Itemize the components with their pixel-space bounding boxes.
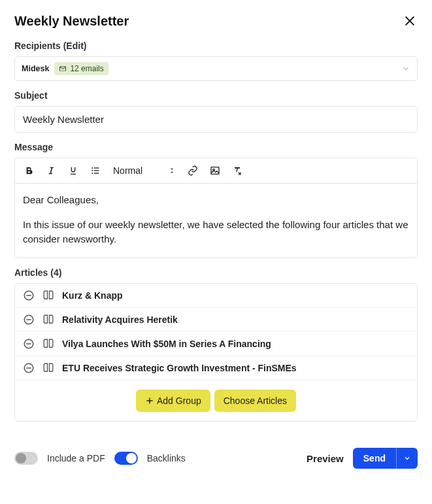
svg-point-2	[91, 167, 93, 169]
list-button[interactable]	[88, 163, 103, 178]
format-select[interactable]: Normal	[110, 165, 178, 176]
chevron-down-icon	[401, 64, 410, 73]
choose-articles-button[interactable]: Choose Articles	[214, 390, 296, 412]
article-row[interactable]: Relativity Acquires Heretik	[15, 308, 417, 332]
message-line-1: Dear Colleagues,	[23, 193, 409, 207]
book-icon	[42, 338, 54, 350]
article-row[interactable]: Kurz & Knapp	[15, 284, 417, 308]
remove-article-icon[interactable]	[23, 290, 35, 301]
article-title: Kurz & Knapp	[62, 290, 123, 301]
include-pdf-toggle[interactable]	[14, 452, 38, 465]
close-button[interactable]	[402, 13, 418, 29]
format-select-label: Normal	[113, 165, 142, 176]
svg-rect-6	[94, 170, 99, 171]
close-icon	[403, 14, 416, 27]
envelope-icon	[59, 65, 67, 73]
recipients-label: Recipients (Edit)	[14, 41, 418, 51]
recipient-email-count-badge: 12 emails	[54, 62, 108, 75]
add-group-label: Add Group	[157, 395, 201, 406]
modal-title: Weekly Newsletter	[14, 14, 129, 29]
add-group-button[interactable]: Add Group	[136, 390, 210, 412]
recipient-email-count-text: 12 emails	[70, 64, 103, 73]
svg-rect-5	[94, 167, 99, 168]
preview-button[interactable]: Preview	[307, 453, 344, 464]
image-icon	[210, 165, 220, 176]
article-row[interactable]: ETU Receives Strategic Growth Investment…	[15, 356, 417, 380]
book-icon	[42, 314, 54, 326]
message-line-2: In this issue of our weekly newsletter, …	[23, 218, 409, 246]
list-icon	[90, 165, 101, 176]
svg-point-3	[91, 170, 93, 171]
choose-articles-label: Choose Articles	[224, 395, 287, 406]
italic-icon	[46, 165, 56, 176]
remove-article-icon[interactable]	[23, 338, 35, 350]
subject-label: Subject	[14, 90, 418, 101]
recipient-group-name: Midesk	[22, 64, 49, 73]
articles-list: Kurz & Knapp Relativity Acquires Heretik…	[14, 283, 418, 422]
select-caret-icon	[169, 167, 175, 174]
book-icon	[42, 362, 54, 374]
editor-toolbar: Normal	[15, 158, 417, 184]
remove-article-icon[interactable]	[23, 314, 35, 326]
book-icon	[42, 290, 54, 301]
article-title: Vilya Launches With $50M in Series A Fin…	[62, 339, 271, 349]
bold-icon	[24, 165, 34, 176]
message-label: Message	[14, 142, 418, 152]
message-editor: Normal Dear Colleagues, In this issue of…	[14, 158, 418, 258]
remove-article-icon[interactable]	[23, 362, 35, 374]
svg-rect-8	[211, 167, 219, 175]
subject-input[interactable]	[14, 106, 418, 133]
italic-button[interactable]	[44, 163, 58, 178]
bold-button[interactable]	[22, 163, 36, 178]
image-button[interactable]	[208, 163, 222, 178]
plus-icon	[145, 396, 154, 405]
article-title: Relativity Acquires Heretik	[62, 314, 178, 325]
link-icon	[188, 165, 198, 176]
send-button[interactable]: Send	[353, 448, 396, 469]
recipients-label-text: Recipients	[14, 41, 61, 51]
backlinks-label: Backlinks	[147, 453, 186, 463]
underline-icon	[68, 165, 78, 176]
clear-format-button[interactable]	[230, 163, 244, 178]
include-pdf-label: Include a PDF	[47, 453, 105, 463]
recipients-edit-link[interactable]: (Edit)	[63, 41, 87, 51]
send-options-button[interactable]	[396, 448, 418, 469]
message-body[interactable]: Dear Colleagues, In this issue of our we…	[15, 184, 417, 258]
svg-point-4	[91, 173, 93, 174]
link-button[interactable]	[186, 163, 200, 178]
backlinks-toggle[interactable]	[114, 452, 138, 465]
chevron-down-icon	[403, 454, 411, 462]
recipients-select[interactable]: Midesk 12 emails	[14, 56, 418, 81]
clear-format-icon	[232, 165, 242, 176]
underline-button[interactable]	[66, 163, 80, 178]
article-title: ETU Receives Strategic Growth Investment…	[62, 363, 297, 373]
svg-rect-7	[94, 173, 99, 173]
article-row[interactable]: Vilya Launches With $50M in Series A Fin…	[15, 332, 417, 356]
articles-label: Articles (4)	[14, 267, 418, 278]
